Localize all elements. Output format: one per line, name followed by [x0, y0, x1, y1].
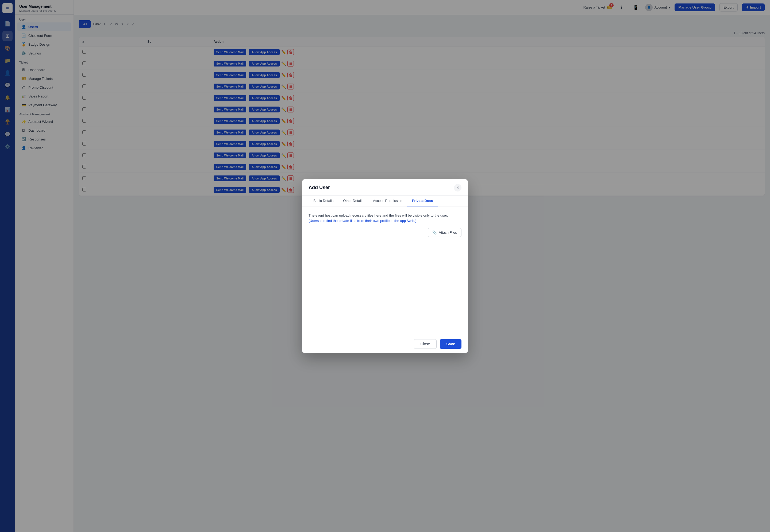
modal-header: Add User ✕	[302, 179, 468, 195]
attach-files-label: Attach Files	[439, 230, 457, 234]
modal-footer: Close Save	[302, 335, 468, 353]
modal-description-link[interactable]: (Users can find the private files from t…	[309, 219, 416, 223]
tab-private-docs[interactable]: Private Docs	[407, 195, 438, 206]
attach-icon: 📎	[432, 230, 437, 234]
modal-close-button[interactable]: ✕	[454, 184, 461, 191]
modal-tabs: Basic Details Other Details Access Permi…	[302, 195, 468, 206]
tab-other-details[interactable]: Other Details	[338, 195, 368, 206]
modal-body: The event host can upload necessary file…	[302, 206, 468, 335]
close-button[interactable]: Close	[414, 339, 437, 349]
save-button[interactable]: Save	[440, 339, 461, 349]
modal-title: Add User	[309, 185, 330, 190]
modal-overlay[interactable]: Add User ✕ Basic Details Other Details A…	[0, 0, 770, 532]
tab-access-permission[interactable]: Access Permission	[368, 195, 407, 206]
modal-description-text: The event host can upload necessary file…	[309, 213, 448, 217]
attach-files-button[interactable]: 📎 Attach Files	[428, 228, 461, 237]
add-user-modal: Add User ✕ Basic Details Other Details A…	[302, 179, 468, 353]
tab-basic-details[interactable]: Basic Details	[309, 195, 338, 206]
modal-description: The event host can upload necessary file…	[309, 213, 461, 224]
